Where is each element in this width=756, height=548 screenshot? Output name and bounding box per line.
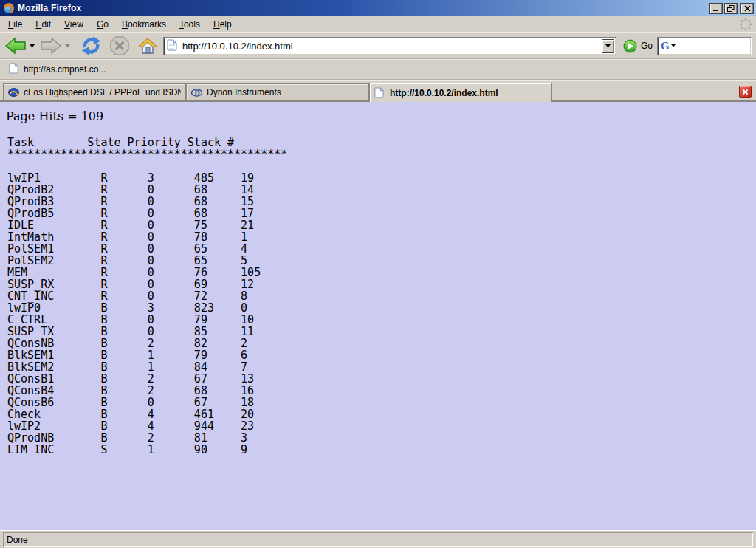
reload-icon: [81, 36, 101, 55]
menu-bar: File Edit View Go Bookmarks Tools Help: [0, 16, 756, 32]
menu-tools[interactable]: Tools: [173, 17, 207, 32]
tab-label: http://10.0.10.2/index.html: [390, 88, 498, 98]
menu-view[interactable]: View: [58, 17, 90, 32]
go-icon: [623, 39, 637, 53]
task-table: Task State Priority Stack # ************…: [7, 137, 756, 456]
status-panel: Done: [3, 532, 753, 547]
tab-label: cFos Highspeed DSL / PPPoE und ISDN CAP.…: [24, 87, 181, 97]
firefox-logo-icon: [3, 2, 15, 14]
close-icon: [744, 5, 751, 12]
tab-dynon[interactable]: D Dynon Instruments: [186, 83, 369, 100]
status-text: Done: [7, 535, 28, 545]
page-icon: [167, 39, 179, 53]
window-controls: [709, 3, 754, 14]
window-title: Mozilla Firefox: [18, 3, 81, 13]
go-button[interactable]: Go: [622, 39, 657, 53]
menu-help[interactable]: Help: [207, 17, 238, 32]
page-content: Page Hits = 109 Task State Priority Stac…: [0, 102, 756, 530]
throbber-icon: [738, 17, 753, 32]
stop-icon: [110, 36, 129, 55]
bookmarks-toolbar: http://as.cmpnet.co...: [0, 59, 756, 80]
cfos-icon: [8, 87, 19, 98]
menu-go[interactable]: Go: [90, 17, 115, 32]
page-hits-text: Page Hits = 109: [6, 109, 756, 123]
page-icon: [9, 63, 18, 76]
menu-edit[interactable]: Edit: [29, 17, 58, 32]
tab-index-html[interactable]: http://10.0.10.2/index.html: [369, 83, 552, 102]
forward-dropdown[interactable]: [63, 33, 71, 58]
back-dropdown[interactable]: [28, 33, 35, 58]
bookmark-label: http://as.cmpnet.co...: [24, 64, 106, 75]
svg-text:D: D: [195, 89, 200, 97]
restore-button[interactable]: [724, 3, 738, 14]
close-button[interactable]: [740, 3, 754, 14]
tab-strip: cFos Highspeed DSL / PPPoE und ISDN CAP.…: [0, 80, 756, 102]
back-arrow-icon: [4, 37, 27, 55]
dynon-icon: D: [191, 87, 202, 98]
status-bar: Done: [0, 530, 756, 548]
reload-button[interactable]: [80, 35, 103, 57]
tab-label: Dynon Instruments: [207, 87, 281, 97]
stop-button[interactable]: [109, 35, 131, 57]
tab-cfos[interactable]: cFos Highspeed DSL / PPPoE und ISDN CAP.…: [3, 83, 186, 100]
restore-icon: [727, 5, 735, 12]
url-text: http://10.0.10.2/index.html: [182, 41, 293, 52]
search-dropdown-caret[interactable]: [671, 44, 676, 47]
firefox-window: Mozilla Firefox File Edit View Go Bookma…: [0, 0, 756, 548]
go-label: Go: [641, 41, 653, 51]
home-button[interactable]: [137, 35, 159, 56]
close-tab-icon: [742, 89, 749, 95]
minimize-icon: [712, 5, 720, 12]
search-input[interactable]: G: [657, 37, 752, 55]
page-icon: [374, 87, 385, 98]
home-icon: [138, 37, 157, 55]
menu-file[interactable]: File: [1, 17, 29, 32]
bookmark-item[interactable]: http://as.cmpnet.co...: [6, 61, 109, 78]
google-g-icon: G: [661, 41, 670, 52]
forward-arrow-icon: [40, 37, 62, 55]
forward-button[interactable]: [38, 35, 63, 56]
title-bar[interactable]: Mozilla Firefox: [0, 0, 756, 16]
menu-bookmarks[interactable]: Bookmarks: [115, 17, 173, 32]
close-tab-button[interactable]: [739, 86, 752, 98]
url-bar[interactable]: http://10.0.10.2/index.html: [163, 37, 616, 55]
navigation-toolbar: http://10.0.10.2/index.html Go G: [0, 32, 756, 59]
minimize-button[interactable]: [709, 3, 723, 14]
back-button[interactable]: [3, 35, 28, 56]
url-dropdown-button[interactable]: [602, 39, 614, 53]
